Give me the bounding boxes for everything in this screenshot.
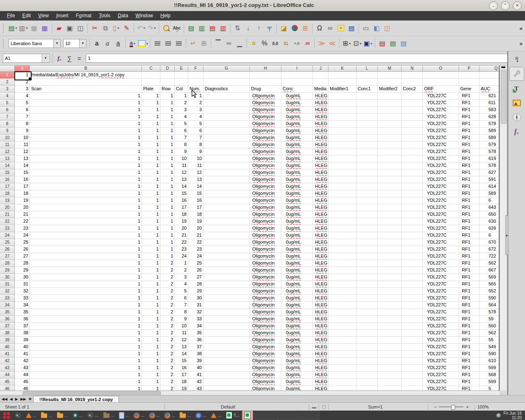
cell[interactable]: 1	[142, 232, 160, 239]
cell[interactable]: 14	[15, 162, 30, 169]
cell[interactable]	[203, 169, 250, 176]
cell[interactable]: 1	[160, 142, 175, 148]
cell-media[interactable]: HLEG	[313, 351, 329, 358]
cell[interactable]: 2	[160, 365, 175, 372]
cell-auc[interactable]: 578	[479, 148, 500, 155]
taskbar-window-button[interactable]: ...	[101, 411, 116, 420]
cell[interactable]	[356, 197, 378, 204]
cell[interactable]: 1	[160, 197, 175, 204]
cell[interactable]: 1	[30, 93, 142, 100]
cell[interactable]	[459, 72, 479, 79]
properties-icon[interactable]	[509, 67, 524, 81]
cell[interactable]	[479, 72, 500, 79]
taskbar-window-button[interactable]: !!...	[224, 411, 241, 420]
cell-auc[interactable]: 59	[479, 316, 500, 323]
cell[interactable]	[203, 358, 250, 365]
cell-conc[interactable]: 0ug/mL	[281, 323, 313, 330]
cell[interactable]: 4	[188, 114, 203, 121]
cell-gene[interactable]: RF1	[459, 142, 479, 148]
cell-drug[interactable]: Oligomycin	[250, 239, 281, 246]
cell[interactable]: 2	[160, 330, 175, 337]
row-header-39[interactable]: 39	[0, 337, 15, 344]
cell-media[interactable]: HLEG	[313, 274, 329, 281]
header-num[interactable]: Num.	[188, 86, 203, 93]
cell[interactable]	[402, 204, 423, 211]
cell-drug[interactable]: Oligomycin	[250, 225, 281, 232]
cell-gene[interactable]: RF1	[459, 232, 479, 239]
cell[interactable]	[378, 162, 402, 169]
increase-indent-icon[interactable]: ≫	[317, 38, 326, 49]
cell[interactable]	[203, 274, 250, 281]
cell[interactable]	[402, 100, 423, 107]
cell[interactable]: 2	[160, 344, 175, 351]
autofilter-icon[interactable]	[265, 23, 274, 34]
cell-auc[interactable]: 627	[479, 169, 500, 176]
cell[interactable]	[356, 239, 378, 246]
taskbar-window-button[interactable]: >_...	[85, 411, 100, 420]
cell-gene[interactable]: RF1	[459, 260, 479, 267]
cell-conc[interactable]: 0ug/mL	[281, 197, 313, 204]
name-box[interactable]	[3, 55, 42, 62]
styles-icon[interactable]: T	[510, 82, 524, 95]
cell-gene[interactable]: RF1	[459, 197, 479, 204]
row-header-3[interactable]: 3	[0, 86, 15, 93]
font-name-dropdown-icon[interactable]: ▼	[53, 39, 60, 48]
cell[interactable]	[356, 281, 378, 288]
cell-conc[interactable]: 0ug/mL	[281, 176, 313, 183]
row-header-41[interactable]: 41	[0, 351, 15, 358]
wrap-text-icon[interactable]: ↵	[188, 38, 198, 49]
cell[interactable]: 1	[30, 121, 142, 128]
dropdown-arrow-icon[interactable]: ▾	[349, 42, 351, 46]
cell-auc[interactable]: 670	[479, 239, 500, 246]
cell-gene[interactable]: RF1	[459, 288, 479, 295]
cell[interactable]	[356, 274, 378, 281]
cell-auc[interactable]: 589	[479, 128, 500, 135]
cell[interactable]: 5	[15, 100, 30, 107]
conditional-icon-set-icon[interactable]: ▤	[399, 38, 409, 49]
cell[interactable]	[203, 72, 250, 79]
cell[interactable]: 20	[175, 225, 188, 232]
cell-conc[interactable]: 0ug/mL	[281, 211, 313, 218]
header-orf[interactable]: ORF	[423, 86, 459, 93]
cell[interactable]: 2	[160, 267, 175, 274]
cell[interactable]: 5	[175, 288, 188, 295]
cell[interactable]	[378, 351, 402, 358]
add-decimal-icon[interactable]: +.0	[292, 38, 301, 49]
cell[interactable]	[329, 253, 356, 260]
cell[interactable]	[378, 72, 402, 79]
cell-auc[interactable]: 552	[479, 288, 500, 295]
cell[interactable]: 28	[15, 260, 30, 267]
cell[interactable]	[203, 323, 250, 330]
cell-media[interactable]: HLEG	[313, 344, 329, 351]
cell-orf[interactable]: YDL227C	[423, 274, 459, 281]
cell-conc[interactable]: 0ug/mL	[281, 225, 313, 232]
cell-auc[interactable]: 590	[479, 351, 500, 358]
cell[interactable]: 15	[175, 190, 188, 197]
cell[interactable]	[378, 176, 402, 183]
cell[interactable]	[329, 309, 356, 316]
cell-conc[interactable]: 0ug/mL	[281, 148, 313, 155]
cell[interactable]	[402, 114, 423, 121]
cell[interactable]	[378, 239, 402, 246]
cell[interactable]: 1	[30, 225, 142, 232]
page-style[interactable]: Default	[221, 404, 235, 409]
cell[interactable]: 1	[30, 309, 142, 316]
cell-gene[interactable]: RF1	[459, 218, 479, 225]
cell[interactable]: 1	[142, 337, 160, 344]
cell[interactable]: 33	[188, 316, 203, 323]
cell[interactable]	[402, 121, 423, 128]
cell[interactable]: 1	[142, 169, 160, 176]
cell[interactable]	[402, 211, 423, 218]
cell[interactable]: 29	[15, 267, 30, 274]
cell-orf[interactable]: YDL227C	[423, 386, 459, 390]
cell[interactable]	[356, 155, 378, 162]
cell[interactable]: 17	[188, 204, 203, 211]
cell[interactable]	[203, 372, 250, 379]
cell[interactable]: 3	[175, 274, 188, 281]
cell-media[interactable]: HLEG	[313, 211, 329, 218]
cell[interactable]: 16	[175, 365, 188, 372]
row-header-40[interactable]: 40	[0, 344, 15, 351]
cell[interactable]: 8	[175, 142, 188, 148]
cell[interactable]	[378, 169, 402, 176]
headers-footers-icon[interactable]: ▤	[347, 23, 356, 34]
